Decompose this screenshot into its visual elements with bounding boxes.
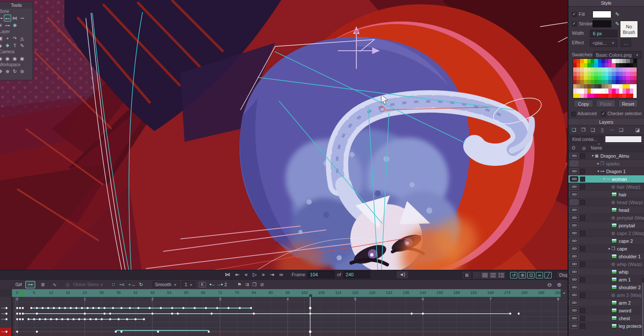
layer-visibility-toggle[interactable]: ʘʘ — [570, 323, 578, 329]
palette-color[interactable] — [580, 89, 583, 94]
fill-color-swatch[interactable] — [592, 11, 611, 18]
palette-color[interactable] — [616, 72, 619, 76]
palette-color[interactable] — [577, 72, 580, 76]
go-end-icon[interactable]: ⇥ — [267, 270, 277, 279]
curvature-tool-icon[interactable]: ↷ — [11, 35, 18, 42]
palette-color[interactable] — [619, 67, 623, 72]
palette-color[interactable] — [580, 63, 583, 67]
layer-row-whip[interactable]: ʘʘwhip — [568, 268, 644, 276]
step-forward-icon[interactable]: » — [259, 270, 267, 279]
palette-color[interactable] — [616, 63, 619, 67]
reset-style-button[interactable]: Reset — [618, 100, 638, 107]
layers-scrollbar[interactable] — [641, 278, 644, 336]
palette-color[interactable] — [601, 59, 605, 63]
keyframe-k-button[interactable]: K — [199, 282, 206, 287]
palette-color[interactable] — [608, 63, 612, 67]
layer-select-checkbox[interactable] — [580, 308, 585, 313]
palette-color[interactable] — [587, 94, 591, 98]
layer-row-woman[interactable]: ʘʘ▾⊶woman — [568, 175, 644, 183]
palette-color[interactable] — [573, 76, 577, 80]
play-loop-icon[interactable]: ∞ — [277, 270, 286, 279]
palette-color[interactable] — [584, 67, 587, 72]
layer-row-head[interactable]: ʘʘhead — [568, 206, 644, 214]
layer-select-checkbox[interactable] — [580, 153, 585, 159]
layer-select-checkbox[interactable] — [580, 246, 585, 251]
stroke-eyedropper-icon[interactable]: ✐ — [614, 21, 620, 26]
palette-color[interactable] — [584, 63, 587, 67]
palette-color[interactable] — [616, 89, 619, 94]
layer-expand-icon[interactable]: ▾ — [591, 154, 595, 158]
palette-color[interactable] — [584, 72, 587, 76]
palette-color[interactable] — [630, 89, 633, 94]
palette-color[interactable] — [598, 80, 601, 84]
draw-guides-icon[interactable]: ╱ — [544, 272, 552, 278]
zoom-workspace-tool-icon[interactable]: ⊕ — [4, 68, 11, 75]
layer-visibility-toggle[interactable]: ʘʘ — [570, 292, 578, 298]
palette-color[interactable] — [623, 76, 626, 80]
palette-color[interactable] — [587, 67, 591, 72]
layer-visibility-toggle[interactable]: ʘʘ — [570, 168, 578, 174]
layer-visibility-toggle[interactable]: ʘʘ — [570, 176, 578, 182]
stereo-view-icon[interactable]: ⊞ — [463, 272, 471, 278]
loop-range-icon[interactable]: ⋈ — [222, 270, 233, 279]
layer-select-checkbox[interactable] — [580, 215, 585, 220]
play-icon[interactable]: ▷ — [250, 270, 259, 279]
palette-color[interactable] — [608, 84, 612, 89]
onion-skin-icon[interactable]: ◎ — [66, 282, 70, 287]
palette-color[interactable] — [577, 76, 580, 80]
transform-bone-tool-icon[interactable]: ⊷ — [4, 15, 11, 21]
motion-graph-icon[interactable]: ∿ — [51, 281, 59, 288]
palette-color[interactable] — [577, 67, 580, 72]
palette-color[interactable] — [580, 76, 583, 80]
layer-visibility-toggle[interactable]: ʘʘ — [570, 215, 578, 220]
palette-color[interactable] — [598, 72, 601, 76]
palette-color[interactable] — [626, 89, 629, 94]
palette-color[interactable] — [573, 67, 577, 72]
palette-color[interactable] — [605, 63, 608, 67]
palette-color[interactable] — [594, 59, 598, 63]
timeline-tracks[interactable]: 012345678⊶⊶⊶⊶ — [0, 297, 568, 336]
add-point-tool-icon[interactable]: + — [4, 35, 11, 42]
palette-color[interactable] — [619, 72, 623, 76]
palette-color[interactable] — [580, 59, 583, 63]
key-tool-icon[interactable]: ∘→ — [128, 282, 136, 287]
view-layout-single-icon[interactable] — [473, 272, 480, 278]
add-bone-tool-icon[interactable]: ✳ — [0, 22, 4, 29]
palette-color[interactable] — [601, 76, 605, 80]
delete-layer-icon[interactable]: ▯ — [598, 126, 606, 134]
orbit-workspace-tool-icon[interactable]: ⊚ — [18, 68, 26, 75]
palette-color[interactable] — [605, 80, 608, 84]
palette-color[interactable] — [608, 59, 612, 63]
layer-row-hair[interactable]: ʘʘhair — [568, 191, 644, 199]
layer-row-ponytail-warp-[interactable]: ʘʘ◍ponytail (Warp) — [568, 214, 644, 222]
palette-color[interactable] — [594, 67, 598, 72]
layer-row-shoulder-1[interactable]: ʘʘshoulder 1 — [568, 253, 644, 260]
palette-color[interactable] — [633, 84, 637, 89]
palette-color[interactable] — [591, 94, 594, 98]
layer-visibility-toggle[interactable]: ʘʘ — [570, 261, 578, 267]
clear-frame-icon[interactable]: ⊘ — [260, 282, 264, 287]
magnet-tool-icon[interactable]: ❖ — [4, 42, 11, 49]
layer-expand-icon[interactable]: ▸ — [608, 247, 611, 250]
layer-row-arm-2-warp-[interactable]: ʘʘ◍arm 2 (Warp) — [568, 291, 644, 299]
translate-bone-tool-icon[interactable]: ⋈ — [11, 15, 18, 21]
checker-selection-checkbox[interactable]: ✓ — [601, 112, 606, 116]
palette-color[interactable] — [598, 67, 601, 72]
paste-style-button[interactable]: Paste — [596, 100, 616, 107]
palette-color[interactable] — [580, 67, 583, 72]
palette-color[interactable] — [630, 80, 633, 84]
layer-row-chest[interactable]: ʘʘchest — [568, 315, 644, 322]
advanced-checkbox[interactable] — [571, 112, 576, 116]
manipulate-bone-tool-icon[interactable]: ⊸ — [18, 15, 26, 21]
track-camera-tool-icon[interactable]: ◉ — [0, 55, 4, 62]
palette-color[interactable] — [587, 76, 591, 80]
palette-color[interactable] — [630, 59, 633, 63]
palette-color[interactable] — [608, 67, 612, 72]
layer-row-leg-protector[interactable]: ʘʘleg protector — [568, 322, 644, 329]
layer-row-arm-2[interactable]: ʘʘarm 2 — [568, 299, 644, 307]
layer-select-checkbox[interactable] — [580, 169, 585, 174]
fill-checkbox[interactable]: ✓ — [572, 12, 577, 17]
jump-icon[interactable]: ⇉ — [245, 282, 249, 287]
prev-key-icon[interactable]: ●← — [210, 282, 216, 287]
palette-color[interactable] — [580, 84, 583, 89]
